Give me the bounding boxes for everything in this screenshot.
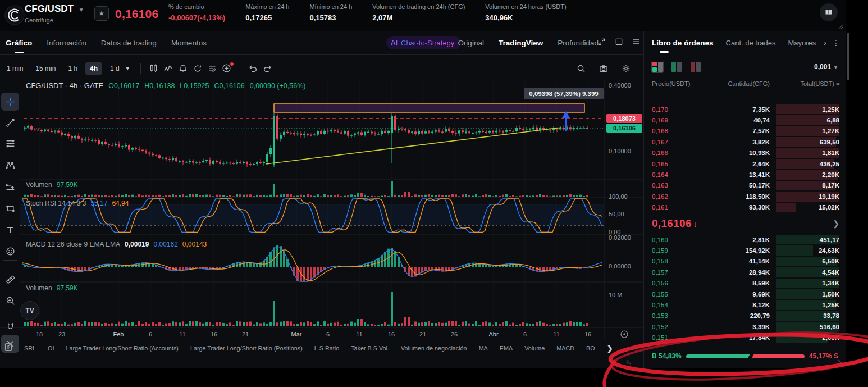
- orderbook-bid-row[interactable]: 0,15117,84K2,69K: [644, 333, 846, 343]
- indicator-list-icon[interactable]: [4, 343, 12, 354]
- tab-momentos[interactable]: Momentos: [171, 39, 207, 47]
- tradingview-logo[interactable]: TV: [20, 301, 39, 320]
- orderbook-ask-row[interactable]: 0,16940,746,88: [644, 115, 846, 125]
- orderbook-bid-row[interactable]: 0,1602,81K451,17: [644, 234, 846, 245]
- candle-style-icon[interactable]: [147, 61, 161, 76]
- price-scale[interactable]: 0,40000 0,10000 100,00 50,00 0,00 0,0200…: [606, 79, 643, 340]
- replay-icon[interactable]: [190, 61, 205, 76]
- chat-to-strategy-label: Chat-to-Strategy: [401, 39, 454, 47]
- tab-datos-de-trading[interactable]: Datos de trading: [101, 39, 157, 47]
- resize-grip[interactable]: [838, 24, 843, 29]
- ob-tab-libro-de-rdenes[interactable]: Libro de órdenes: [652, 39, 714, 47]
- orderbook-bid-row[interactable]: 0,159154,92K24,63K: [644, 245, 846, 256]
- measure-tooltip: 0,09398 (57,39%) 9.399: [524, 88, 604, 99]
- camera-icon[interactable]: [596, 61, 611, 76]
- indicator-item[interactable]: Large Trader Long/Short Ratio (Positions…: [190, 345, 303, 352]
- chevron-right-icon[interactable]: ❯: [833, 219, 839, 228]
- orderbook-ask-row[interactable]: 0,1673,82K639,50: [644, 136, 846, 147]
- pair-selector[interactable]: CFG/USDT ▼: [25, 3, 84, 15]
- indicator-item[interactable]: Large Trader Long/Short Ratio (Accounts): [66, 345, 178, 352]
- view-profundidad[interactable]: Profundidad: [558, 39, 599, 47]
- interval-1d[interactable]: 1 d: [106, 62, 124, 75]
- orderbook-bid-row[interactable]: 0,1559,69K1,50K: [644, 289, 846, 299]
- chat-to-strategy-button[interactable]: AI Chat-to-Strategy: [386, 36, 461, 49]
- tab-gráfico[interactable]: Gráfico: [6, 39, 32, 47]
- view-original[interactable]: Original: [458, 39, 484, 47]
- settings-gear-icon[interactable]: [619, 61, 633, 76]
- chart-panel: GráficoInformaciónDatos de tradingMoment…: [0, 31, 643, 368]
- indicator-item[interactable]: BO: [586, 345, 595, 352]
- kebab-menu-icon[interactable]: ⋮: [832, 38, 840, 47]
- ob-tab-cant-de-trades[interactable]: Cant. de trades: [726, 39, 776, 47]
- buy-ratio-bar: [686, 354, 750, 358]
- add-indicator-icon[interactable]: [220, 61, 234, 76]
- indicator-item[interactable]: EMA: [500, 345, 513, 352]
- resize-grip[interactable]: [626, 359, 631, 365]
- mode-cell: [677, 62, 682, 72]
- orderbook-bid-row[interactable]: 0,1548,12K1,25K: [644, 299, 846, 310]
- favorite-star-button[interactable]: ★: [94, 6, 109, 21]
- chevron-right-icon[interactable]: ❯: [607, 344, 613, 353]
- redo-icon[interactable]: [261, 61, 275, 76]
- interval-1h[interactable]: 1 h: [63, 62, 82, 75]
- orderbook-ask-row[interactable]: 0,16350,17K8,17K: [644, 180, 846, 191]
- notification-dot: [230, 62, 234, 66]
- scrollbar[interactable]: [847, 33, 849, 80]
- orderbook-ask-row[interactable]: 0,16413,41K2,20K: [644, 169, 846, 180]
- search-icon[interactable]: [574, 61, 588, 76]
- interval-15min[interactable]: 15 min: [31, 62, 60, 75]
- tabs-scroll-chevron-icon[interactable]: ›: [824, 38, 826, 47]
- indicators-icon[interactable]: [161, 61, 176, 76]
- mode-split-icon[interactable]: [652, 61, 663, 72]
- expand-icon[interactable]: [597, 38, 606, 48]
- orderbook-column-headers: Precio(USDT)Cantidad(CFG)Total(USDT) ≈: [644, 80, 846, 87]
- star-icon: ★: [99, 10, 105, 17]
- maximize-icon[interactable]: [615, 38, 623, 48]
- interval-1min[interactable]: 1 min: [2, 62, 28, 75]
- resize-grip[interactable]: [838, 359, 843, 365]
- orderbook-bid-row[interactable]: 0,15841,14K6,50K: [644, 256, 846, 267]
- indicator-item[interactable]: MACD: [556, 345, 574, 352]
- undo-icon[interactable]: [246, 61, 261, 76]
- order-price: 0,165: [652, 161, 706, 167]
- orderbook-bid-row[interactable]: 0,15728,94K4,54K: [644, 267, 846, 277]
- tab-información[interactable]: Información: [47, 39, 86, 47]
- ob-tab-mayores[interactable]: Mayores: [788, 39, 816, 47]
- orderbook-ask-row[interactable]: 0,1707,35K1,25K: [644, 104, 846, 115]
- indicator-item[interactable]: Taker B.S Vol.: [351, 345, 389, 352]
- interval-4h[interactable]: 4h: [85, 62, 102, 75]
- market-stats: % de cambio-0,00607(-4,13%)Máximo en 24 …: [168, 3, 567, 22]
- mode-cell: [652, 67, 657, 72]
- chart-area[interactable]: 1823Feb6111621Mar611162126Abr61116 CFG/U…: [0, 79, 643, 340]
- templates-icon[interactable]: [205, 61, 220, 76]
- last-price-row[interactable]: 0,16106 ↓ ❯: [644, 214, 846, 233]
- orderbook-bid-row[interactable]: 0,1568,59K1,34K: [644, 278, 846, 289]
- chevron-down-icon: ▼: [79, 7, 84, 13]
- indicator-item[interactable]: L.S Ratio: [314, 345, 339, 352]
- y-tick: 0,10000: [609, 148, 631, 154]
- mode-asks-icon[interactable]: [690, 61, 701, 72]
- order-price: 0,161: [652, 204, 706, 211]
- mode-bids-icon[interactable]: [671, 61, 682, 72]
- precision-selector[interactable]: 0,001▼: [814, 63, 838, 71]
- orderbook-bid-row[interactable]: 0,1523,39K516,60: [644, 321, 846, 332]
- indicator-item[interactable]: OI: [48, 345, 54, 352]
- panel-menu-icon[interactable]: [632, 38, 640, 48]
- orderbook-ask-row[interactable]: 0,1652,64K436,25: [644, 158, 846, 169]
- orderbook-ask-row[interactable]: 0,16610,93K1,81K: [644, 148, 846, 158]
- interval-dropdown-icon[interactable]: ▼: [125, 66, 130, 71]
- price-chart[interactable]: 1823Feb6111621Mar611162126Abr61116: [0, 79, 643, 340]
- indicator-item[interactable]: Volume: [524, 345, 545, 352]
- market-stat: Mínimo en 24 h0,15783: [309, 3, 352, 22]
- alert-bell-icon[interactable]: [176, 61, 190, 76]
- orderbook-ask-row[interactable]: 0,1687,57K1,27K: [644, 126, 846, 136]
- orderbook-ask-row[interactable]: 0,162118,50K19,19K: [644, 191, 846, 202]
- indicator-item[interactable]: SRL: [24, 345, 36, 352]
- x-tick: Mar: [291, 331, 302, 338]
- news-button[interactable]: [820, 3, 838, 21]
- view-tradingview[interactable]: TradingView: [499, 39, 543, 47]
- orderbook-bid-row[interactable]: 0,153220,7933,78: [644, 311, 846, 321]
- orderbook-ask-row[interactable]: 0,16193,30K15,02K: [644, 202, 846, 213]
- indicator-item[interactable]: Volumen de negociación: [401, 345, 467, 352]
- indicator-item[interactable]: MA: [479, 345, 488, 352]
